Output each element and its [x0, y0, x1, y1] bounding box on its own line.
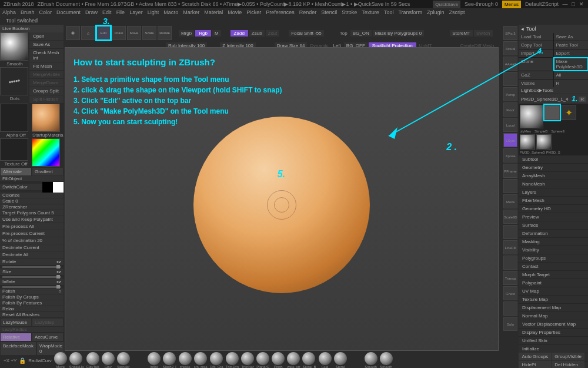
- quicksave-button[interactable]: QuickSave: [433, 1, 460, 8]
- color-picker[interactable]: [32, 138, 60, 167]
- subpanel-vector-displacement-map[interactable]: Vector Displacement Map: [519, 320, 588, 329]
- rside-LSym[interactable]: LSym: [503, 133, 517, 147]
- switchcolor-button[interactable]: SwitchColor: [0, 184, 42, 191]
- menu-document[interactable]: Document: [56, 9, 81, 15]
- bgon-button[interactable]: BG_ON: [350, 30, 372, 37]
- rside-Move[interactable]: Move: [503, 194, 517, 208]
- decimation-item[interactable]: Decimate Current: [0, 244, 64, 251]
- fillobject-button[interactable]: FillObject: [0, 176, 64, 182]
- inflate-slider[interactable]: Inflatexz: [0, 279, 64, 286]
- subpanel-contact[interactable]: Contact: [519, 263, 588, 271]
- subpanel-displacement-map[interactable]: Displacement Map: [519, 304, 588, 312]
- texture-thumbnail[interactable]: [0, 138, 28, 161]
- polish-slider[interactable]: Polish○: [0, 289, 64, 294]
- tool-grid-clone[interactable]: Clone: [519, 58, 553, 71]
- decimation-item[interactable]: Pre-process All: [0, 223, 64, 230]
- scale-button[interactable]: Scale: [142, 26, 156, 40]
- xy-label[interactable]: +X +Y: [4, 358, 16, 363]
- subpanel-unified-skin[interactable]: Unified Skin: [519, 337, 588, 345]
- radial-label[interactable]: RadialCurv: [28, 358, 52, 363]
- menu-stroke[interactable]: Stroke: [342, 9, 357, 15]
- focal-shift[interactable]: Focal Shift -55: [289, 30, 324, 37]
- zcut-button[interactable]: Zcut: [266, 30, 280, 37]
- brush-sm_crea[interactable]: sm_crea: [194, 352, 208, 368]
- subpanel-visibility[interactable]: Visibility: [519, 246, 588, 254]
- menu-light[interactable]: Light: [148, 9, 159, 15]
- tool-thumb-current[interactable]: [520, 105, 543, 128]
- rside-icon[interactable]: [503, 179, 517, 193]
- decimation-item[interactable]: Decimate All: [0, 251, 64, 258]
- rgb-button[interactable]: Rgb: [195, 30, 211, 37]
- relative-button[interactable]: Relative: [1, 333, 31, 341]
- draw-button[interactable]: Draw: [112, 26, 126, 40]
- menu-render[interactable]: Render: [299, 9, 317, 15]
- menu-zplugin[interactable]: Zplugin: [427, 9, 445, 15]
- menu-picker[interactable]: Picker: [246, 9, 261, 15]
- leftmenu-item[interactable]: Split Hidden: [29, 95, 64, 104]
- rside-icon[interactable]: [503, 256, 517, 270]
- menu-alpha[interactable]: Alpha: [2, 9, 16, 15]
- rside-AAHalf[interactable]: AAHalf: [503, 57, 517, 71]
- rside-LineFill[interactable]: LineFill: [503, 240, 517, 254]
- brush-crease[interactable]: crease: [179, 352, 192, 368]
- decimation-item[interactable]: % of decimation 20: [0, 237, 64, 244]
- brush-ClayTub[interactable]: ClayTub: [86, 352, 99, 368]
- subpanel-geometry-hd[interactable]: Geometry HD: [519, 205, 588, 213]
- projection-icon[interactable]: ◉: [66, 26, 80, 40]
- viewport[interactable]: How to start sculpting in ZBrush? 1. Sel…: [65, 47, 499, 351]
- leftmenu-item[interactable]: MergeDown: [29, 79, 64, 87]
- menus-button[interactable]: Menus: [502, 1, 521, 8]
- menu-marker[interactable]: Marker: [183, 9, 199, 15]
- reset-brushes[interactable]: Reset All Brushes: [0, 312, 64, 318]
- brush-Spiral[interactable]: Spiral: [334, 352, 347, 368]
- subpanel-polypaint[interactable]: Polypaint: [519, 279, 588, 287]
- subpanel-preview[interactable]: Preview: [519, 213, 588, 221]
- color-swatch-white[interactable]: [53, 182, 64, 193]
- r-button[interactable]: R: [579, 97, 586, 102]
- rside-Solo[interactable]: Solo: [503, 317, 517, 331]
- menu-texture[interactable]: Texture: [362, 9, 379, 15]
- menu-layer[interactable]: Layer: [129, 9, 143, 15]
- menu-preferences[interactable]: Preferences: [266, 9, 295, 15]
- mask-polygroups[interactable]: Mask By Polygroups 0: [373, 30, 425, 37]
- brush-Inflat[interactable]: Inflat: [148, 352, 161, 368]
- rside-Actual[interactable]: Actual: [503, 41, 517, 55]
- material-thumbnail[interactable]: [32, 104, 60, 132]
- brush-Smooth[interactable]: Smooth: [365, 352, 377, 368]
- lightbox-tools[interactable]: Lightbox▶Tools: [519, 87, 588, 94]
- polish-groups[interactable]: Polish By Groups: [0, 294, 64, 300]
- minimize-icon[interactable]: —: [562, 1, 568, 7]
- rside-Xpose[interactable]: Xpose: [503, 148, 517, 163]
- target-polygons[interactable]: Target Polygons Count 5: [0, 210, 64, 216]
- tool-grid-load-tool[interactable]: Load Tool: [519, 33, 553, 41]
- brush-TrimDyn[interactable]: TrimDyn: [226, 352, 239, 368]
- subpanel-geometry[interactable]: Geometry: [519, 164, 588, 172]
- edit-button[interactable]: Edit: [96, 26, 111, 40]
- tool-grid-r[interactable]: R: [554, 79, 589, 87]
- subpanel-subtool[interactable]: Subtool: [519, 155, 588, 164]
- menu-stencil[interactable]: Stencil: [321, 9, 337, 15]
- tool-panel-header[interactable]: ◂Tool: [519, 25, 588, 33]
- lazyradius[interactable]: LazyRadius: [0, 327, 64, 333]
- accucurve-button[interactable]: AccuCurve: [32, 333, 63, 341]
- home-icon[interactable]: ⌂: [81, 26, 95, 40]
- rside-Scale3D[interactable]: Scale3D: [503, 210, 517, 224]
- tool-thumb-polymesh[interactable]: [544, 105, 560, 120]
- alpha-thumbnail[interactable]: [0, 104, 28, 132]
- rside-Transp[interactable]: Transp: [503, 271, 517, 285]
- tool-thumb[interactable]: [520, 134, 535, 150]
- brush-Orb_Cra[interactable]: Orb_Cra: [210, 352, 223, 368]
- zremesher-header[interactable]: ZRemesher: [0, 204, 64, 210]
- brush-Move[interactable]: Move: [54, 352, 67, 368]
- leftmenu-item[interactable]: Fix Mesh: [29, 62, 64, 71]
- rotate-slider[interactable]: Rotatexz: [0, 258, 64, 266]
- decimation-item[interactable]: Use and Keep Polypaint: [0, 216, 64, 223]
- tool-grid-copy-tool[interactable]: Copy Tool: [519, 41, 553, 49]
- brush-Clay[interactable]: Clay: [102, 352, 115, 368]
- tool-thumb[interactable]: [536, 134, 552, 150]
- lazystep[interactable]: LazyStep: [32, 319, 63, 326]
- tool-grid-save-as[interactable]: Save As: [554, 33, 589, 41]
- groupvisible-button[interactable]: GroupVisible: [552, 353, 584, 360]
- rside-SPix 3[interactable]: SPix 3: [503, 26, 517, 40]
- seethrough[interactable]: See-through 0: [465, 1, 498, 7]
